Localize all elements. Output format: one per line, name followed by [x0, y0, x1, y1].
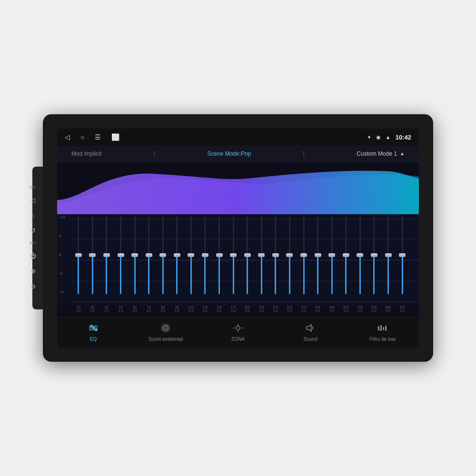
- slider-track-150[interactable]: [218, 216, 220, 294]
- freq-slider-50[interactable]: [115, 216, 127, 294]
- menu-nav-icon[interactable]: ☰: [95, 133, 101, 141]
- slider-track-175[interactable]: [233, 216, 234, 294]
- slider-thumb-80[interactable]: [159, 253, 166, 257]
- slider-track-235[interactable]: [261, 216, 262, 294]
- slider-thumb-235[interactable]: [258, 253, 265, 257]
- mode-custom[interactable]: Custom Mode 1 ▲: [357, 150, 405, 157]
- slider-track-95[interactable]: [176, 216, 178, 294]
- ambient-icon: [160, 324, 171, 335]
- slider-thumb-315[interactable]: [286, 253, 293, 257]
- slider-thumb-20[interactable]: [75, 253, 82, 257]
- mode-scene[interactable]: Scene Mode:Pop: [207, 150, 251, 157]
- back-nav-icon[interactable]: ◁: [65, 133, 70, 141]
- freq-slider-700[interactable]: [354, 216, 366, 294]
- freq-slider-40[interactable]: [100, 216, 113, 294]
- recent-nav-icon[interactable]: ⬜: [111, 133, 119, 141]
- freq-slider-500[interactable]: [326, 216, 338, 294]
- slider-thumb-70[interactable]: [146, 253, 152, 257]
- freq-slider-125[interactable]: [199, 216, 211, 294]
- slider-track-80[interactable]: [162, 216, 164, 294]
- slider-thumb-50[interactable]: [118, 253, 124, 257]
- tab-zona[interactable]: ZONA: [202, 324, 274, 342]
- power-button[interactable]: ⏻: [29, 251, 37, 260]
- slider-thumb-40[interactable]: [103, 253, 110, 257]
- freq-slider-60[interactable]: [129, 216, 141, 294]
- slider-thumb-110[interactable]: [188, 253, 194, 257]
- slider-track-920[interactable]: [402, 216, 403, 294]
- freq-slider-175[interactable]: [227, 216, 239, 294]
- slider-track-800[interactable]: [373, 216, 375, 294]
- slider-thumb-150[interactable]: [216, 253, 223, 257]
- home-button[interactable]: ⌂: [29, 211, 37, 219]
- slider-thumb-125[interactable]: [202, 253, 208, 257]
- return-button[interactable]: ↺: [29, 226, 37, 235]
- home-nav-icon[interactable]: ○: [80, 133, 84, 141]
- slider-thumb-920[interactable]: [399, 253, 406, 257]
- slider-thumb-500[interactable]: [328, 253, 335, 257]
- svg-rect-15: [378, 326, 379, 330]
- sound-icon: [305, 324, 316, 335]
- freq-slider-860[interactable]: [382, 216, 395, 294]
- slider-thumb-275[interactable]: [272, 253, 279, 257]
- freq-slider-315[interactable]: [283, 216, 296, 294]
- slider-thumb-600[interactable]: [343, 253, 349, 257]
- slider-track-700[interactable]: [359, 216, 361, 294]
- freq-slider-375[interactable]: [298, 216, 310, 294]
- slider-thumb-375[interactable]: [300, 253, 307, 257]
- slider-track-200[interactable]: [247, 216, 248, 294]
- slider-track-60[interactable]: [134, 216, 136, 294]
- freq-slider-30[interactable]: [86, 216, 99, 294]
- slider-track-110[interactable]: [190, 216, 192, 294]
- slider-track-435[interactable]: [317, 216, 318, 294]
- slider-track-50[interactable]: [120, 216, 121, 294]
- svg-rect-18: [385, 326, 387, 330]
- slider-track-315[interactable]: [289, 216, 290, 294]
- freq-slider-600[interactable]: [340, 216, 352, 294]
- freq-slider-20[interactable]: [72, 216, 85, 294]
- freq-label-60: 602.2: [129, 306, 141, 312]
- slider-thumb-30[interactable]: [89, 253, 96, 257]
- slider-thumb-860[interactable]: [385, 253, 392, 257]
- mic-label: MIC: [30, 186, 36, 189]
- freq-slider-235[interactable]: [255, 216, 268, 294]
- slider-track-500[interactable]: [331, 216, 333, 294]
- slider-thumb-435[interactable]: [315, 253, 321, 257]
- mode-implicit[interactable]: Mod implicit: [71, 150, 101, 157]
- slider-track-70[interactable]: [148, 216, 149, 294]
- tab-eq[interactable]: EQ: [57, 324, 129, 342]
- freq-slider-150[interactable]: [213, 216, 226, 294]
- freq-slider-95[interactable]: [171, 216, 183, 294]
- freq-slider-275[interactable]: [269, 216, 282, 294]
- slider-thumb-175[interactable]: [230, 253, 237, 257]
- slider-track-600[interactable]: [345, 216, 347, 294]
- slider-track-275[interactable]: [275, 216, 276, 294]
- slider-track-30[interactable]: [92, 216, 93, 294]
- rst-label: RST: [30, 241, 36, 245]
- slider-thumb-700[interactable]: [357, 253, 363, 257]
- slider-thumb-60[interactable]: [131, 253, 138, 257]
- freq-slider-435[interactable]: [312, 216, 324, 294]
- slider-thumb-800[interactable]: [371, 253, 377, 257]
- tab-sound[interactable]: Sound: [274, 324, 347, 342]
- freq-slider-80[interactable]: [157, 216, 169, 294]
- freq-slider-110[interactable]: [185, 216, 197, 294]
- freq-label-920: 9202.2: [396, 306, 408, 312]
- svg-point-3: [90, 325, 93, 327]
- slider-track-40[interactable]: [106, 216, 107, 294]
- vol-up-button[interactable]: ⊕: [29, 267, 37, 275]
- slider-thumb-200[interactable]: [244, 253, 251, 257]
- vol-down-button[interactable]: ⊖: [29, 282, 37, 290]
- slider-track-375[interactable]: [303, 216, 305, 294]
- freq-slider-920[interactable]: [396, 216, 408, 294]
- slider-track-860[interactable]: [387, 216, 389, 294]
- freq-slider-800[interactable]: [368, 216, 380, 294]
- slider-track-20[interactable]: [78, 216, 79, 294]
- slider-thumb-95[interactable]: [174, 253, 180, 257]
- freq-slider-200[interactable]: [241, 216, 254, 294]
- slider-track-125[interactable]: [204, 216, 206, 294]
- back-button[interactable]: ◁: [29, 196, 37, 204]
- tab-filtru[interactable]: Filtru de bas: [347, 324, 419, 342]
- freq-slider-70[interactable]: [143, 216, 155, 294]
- tab-sunet[interactable]: Sunet ambiental: [129, 324, 202, 342]
- svg-marker-14: [307, 325, 311, 331]
